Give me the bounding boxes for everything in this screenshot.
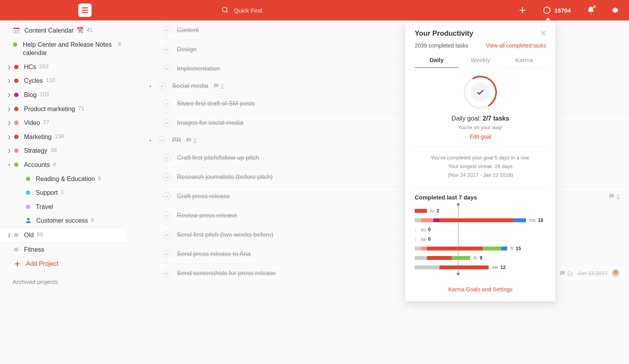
task-checkbox[interactable] (163, 100, 171, 108)
task-row[interactable]: Research journalists (before pitch) (163, 167, 629, 187)
task-checkbox[interactable] (158, 136, 166, 144)
task-name: Implementation (177, 65, 220, 72)
chevron-icon[interactable]: ▾ (6, 162, 12, 168)
task-checkbox[interactable] (163, 192, 171, 200)
svg-text:17: 17 (15, 29, 18, 33)
chart-bar (415, 218, 526, 222)
project-item[interactable]: Help Center and Release Notes calendar6 (0, 38, 126, 60)
task-checkbox[interactable] (163, 231, 171, 239)
task-checkbox[interactable] (158, 82, 166, 90)
check-icon (165, 102, 169, 106)
task-checkbox[interactable] (163, 26, 171, 34)
project-item[interactable]: ❯Marketing138 (0, 130, 126, 144)
close-button[interactable] (541, 29, 546, 38)
view-all-link[interactable]: View all completed tasks (486, 42, 546, 49)
project-item[interactable]: ❯Product marketing71 (0, 102, 126, 116)
task-row[interactable]: Implementation (163, 59, 629, 78)
project-item[interactable]: ❯Cycles110 (0, 74, 126, 88)
project-item[interactable]: ❯Video27 (0, 116, 126, 130)
chevron-icon[interactable]: ❯ (6, 120, 12, 126)
project-count: 110 (46, 77, 55, 84)
project-color-dot (14, 65, 18, 69)
comment-indicator[interactable]: 2 (213, 83, 224, 89)
chart-bar-row: fr15 (415, 244, 546, 253)
comment-icon (559, 270, 566, 276)
project-item[interactable]: Support1 (0, 186, 126, 200)
project-item[interactable]: Travel (0, 200, 126, 214)
svg-rect-0 (82, 7, 88, 9)
project-name: Video (24, 119, 40, 127)
tab-karma[interactable]: Karma (502, 53, 546, 68)
chart-bar (415, 265, 489, 269)
karma-settings-link[interactable]: Karma Goals and Settings (405, 279, 555, 301)
task-name: Images for social media (177, 119, 243, 126)
task-row[interactable]: Design (163, 40, 629, 59)
task-checkbox[interactable] (163, 250, 171, 258)
chevron-icon[interactable]: ❯ (6, 92, 12, 98)
project-name: Help Center and Release Notes calendar (23, 40, 115, 57)
karma-points: 15704 (554, 7, 571, 14)
chevron-icon[interactable]: ❯ (6, 64, 12, 70)
task-checkbox[interactable] (163, 119, 171, 127)
comment-indicator[interactable]: 1 (609, 193, 620, 199)
project-name: Support (36, 188, 58, 197)
edit-goal-link[interactable]: Edit goal (424, 134, 537, 140)
chevron-icon[interactable]: ❯ (6, 134, 12, 140)
chevron-icon[interactable]: ❯ (6, 106, 12, 112)
task-row[interactable]: Craft first pitch/follow up pitch (163, 148, 629, 167)
task-row[interactable]: Content (163, 20, 629, 40)
task-checkbox[interactable] (163, 173, 171, 181)
chart-bar-label: fr15 (510, 246, 521, 251)
task-row[interactable]: Images for social media (163, 113, 629, 132)
project-item[interactable]: ▾Accounts4 (0, 158, 126, 172)
assignee-avatar[interactable] (612, 269, 620, 277)
task-row[interactable]: Send press release to Ana (163, 244, 629, 263)
project-item[interactable]: Reading & Education6 (0, 172, 126, 186)
task-row[interactable]: Craft press release1 (163, 187, 629, 206)
task-row[interactable]: Send first pitch (two weeks before) (163, 225, 629, 244)
project-name: Blog (24, 91, 37, 99)
settings-button[interactable] (611, 6, 620, 15)
comment-indicator[interactable]: 5+ (559, 270, 574, 276)
project-color-dot (14, 233, 18, 237)
project-item[interactable]: ❯Blog103 (0, 88, 126, 102)
tab-daily[interactable]: Daily (415, 53, 458, 68)
chevron-down-icon[interactable]: ▾ (149, 84, 155, 88)
group-name: Social media (172, 82, 208, 90)
chart-bar: | (415, 228, 417, 232)
chevron-icon[interactable]: ❯ (6, 232, 12, 238)
project-item[interactable]: Fitness (0, 243, 126, 257)
task-name: Craft press release (177, 193, 230, 200)
chevron-down-icon[interactable]: ▾ (149, 138, 155, 143)
add-project-button[interactable]: Add Project (0, 256, 126, 271)
project-item[interactable]: ❯HCs263 (0, 60, 126, 74)
task-group-header[interactable]: ▾PR3 (149, 132, 629, 148)
task-row[interactable]: Share first draft of SM posts (163, 94, 629, 113)
project-item[interactable]: Customer success6 (0, 214, 126, 228)
productivity-tabs: Daily Weekly Karma (415, 53, 546, 68)
task-checkbox[interactable] (163, 269, 171, 277)
chevron-icon[interactable]: ❯ (6, 148, 12, 154)
quick-add-button[interactable] (518, 6, 527, 15)
search-input[interactable] (234, 7, 313, 14)
app-logo[interactable] (78, 4, 92, 17)
task-checkbox[interactable] (163, 46, 171, 53)
task-row[interactable]: Send screenshots for press release5+Jun … (163, 263, 629, 283)
task-checkbox[interactable] (163, 212, 171, 219)
calendar-icon: 17 (13, 27, 20, 33)
tab-weekly[interactable]: Weekly (458, 53, 502, 68)
task-row[interactable]: Review press release (163, 206, 629, 225)
chevron-icon[interactable]: ❯ (6, 78, 12, 84)
notifications-button[interactable] (587, 6, 595, 15)
search-icon (221, 6, 229, 14)
task-checkbox[interactable] (163, 65, 171, 73)
project-item[interactable]: ❯Old60 (0, 228, 126, 243)
productivity-button[interactable]: 15704 (543, 6, 571, 15)
project-item[interactable]: ❯Strategy38 (0, 144, 126, 158)
archived-projects-link[interactable]: Archived projects (0, 271, 126, 292)
project-item[interactable]: 17Content Calendar📆41 (0, 24, 126, 38)
comment-indicator[interactable]: 3 (186, 137, 197, 143)
notification-dot (593, 5, 596, 8)
task-checkbox[interactable] (163, 154, 171, 162)
task-group-header[interactable]: ▾Social media2 (149, 78, 629, 94)
